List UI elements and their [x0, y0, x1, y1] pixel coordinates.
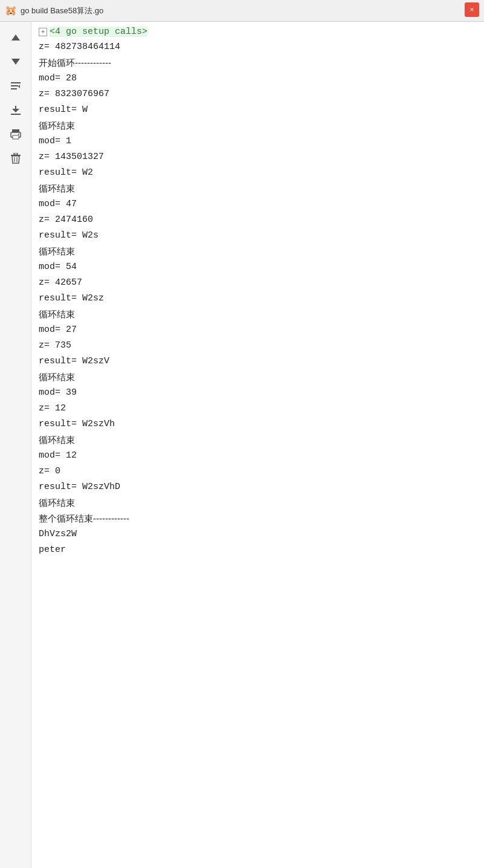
output-line: mod= 28	[39, 71, 477, 86]
setup-calls-label: <4 go setup calls>	[50, 27, 147, 37]
svg-marker-4	[18, 85, 20, 88]
svg-rect-14	[14, 153, 18, 155]
svg-rect-3	[11, 85, 18, 86]
download-button[interactable]	[6, 100, 25, 120]
scroll-down-button[interactable]	[6, 52, 25, 71]
output-line: 循环结束	[39, 118, 477, 134]
wrap-text-icon	[10, 81, 21, 91]
output-line: 循环结束	[39, 181, 477, 196]
svg-point-12	[18, 134, 19, 135]
scroll-up-icon	[10, 32, 21, 43]
svg-rect-11	[13, 135, 19, 139]
output-line: result= W2szVh	[39, 416, 477, 432]
output-line: 循环结束	[39, 369, 477, 385]
output-line: result= W	[39, 102, 477, 118]
scroll-down-icon	[10, 56, 21, 67]
output-line: z= 42657	[39, 275, 477, 291]
output-container: z= 482738464114开始循环------------mod= 28z=…	[39, 39, 477, 558]
output-line: result= W2sz	[39, 291, 477, 306]
delete-icon	[11, 153, 21, 164]
output-line: z= 143501327	[39, 149, 477, 165]
output-line: mod= 47	[39, 196, 477, 212]
output-line: result= W2szVhD	[39, 479, 477, 495]
output-line: z= 2474160	[39, 212, 477, 228]
output-line: mod= 27	[39, 322, 477, 338]
output-line: z= 482738464114	[39, 39, 477, 55]
wrap-text-button[interactable]	[6, 76, 25, 96]
collapse-icon[interactable]: +	[39, 28, 47, 36]
output-line: z= 12	[39, 401, 477, 416]
svg-marker-0	[11, 34, 20, 40]
output-line: result= W2s	[39, 228, 477, 244]
title-bar: 🐹 go build Base58算法.go ×	[0, 0, 484, 22]
download-icon	[10, 105, 21, 115]
svg-rect-8	[15, 106, 16, 110]
output-line: mod= 39	[39, 385, 477, 401]
output-line: 循环结束	[39, 495, 477, 511]
output-line: peter	[39, 542, 477, 558]
close-button[interactable]: ×	[465, 2, 479, 17]
output-line: 循环结束	[39, 306, 477, 322]
svg-rect-5	[11, 88, 17, 89]
svg-rect-6	[11, 114, 21, 115]
output-line: 整个循环结束------------	[39, 511, 477, 526]
left-toolbar	[0, 22, 31, 868]
output-line: mod= 54	[39, 259, 477, 275]
close-icon: ×	[469, 5, 474, 15]
svg-rect-2	[11, 82, 21, 83]
print-button[interactable]	[6, 125, 25, 144]
output-line: z= 8323076967	[39, 86, 477, 102]
scroll-up-button[interactable]	[6, 28, 25, 47]
output-line: mod= 1	[39, 134, 477, 149]
title-bar-text: go build Base58算法.go	[21, 5, 103, 16]
output-line: DhVzs2W	[39, 526, 477, 542]
output-line: mod= 12	[39, 448, 477, 464]
output-line: result= W2szV	[39, 354, 477, 369]
output-panel: + <4 go setup calls> z= 482738464114开始循环…	[31, 22, 484, 868]
print-icon	[10, 129, 21, 140]
output-line: result= W2	[39, 165, 477, 181]
output-line: z= 0	[39, 464, 477, 479]
output-line: 循环结束	[39, 432, 477, 448]
app-icon: 🐹	[5, 5, 17, 17]
svg-marker-1	[11, 59, 20, 65]
output-line: 循环结束	[39, 244, 477, 259]
setup-calls-row: + <4 go setup calls>	[39, 27, 477, 37]
delete-button[interactable]	[6, 149, 25, 168]
output-line: 开始循环------------	[39, 55, 477, 71]
output-line: z= 735	[39, 338, 477, 354]
